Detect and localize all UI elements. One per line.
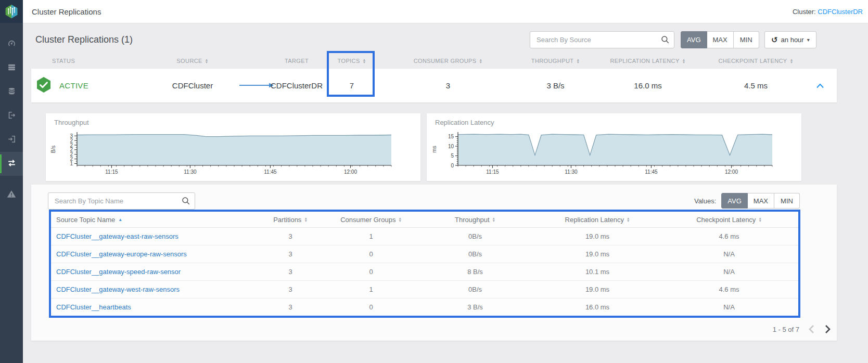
sidebar-item-brokers[interactable]	[0, 56, 23, 80]
svg-text:11:45: 11:45	[264, 169, 277, 175]
search-by-source	[530, 31, 674, 48]
topic-cell-consumer_groups: 1	[327, 232, 415, 240]
next-page-button[interactable]	[824, 323, 832, 335]
svg-text:0: 0	[451, 163, 454, 168]
topic-link[interactable]: CDFCluster__gateway-speed-raw-sensor	[51, 268, 254, 276]
sort-icon: ▲▼	[492, 217, 495, 222]
svg-text:5: 5	[451, 153, 454, 159]
column-header-replication-latency[interactable]: Replication Latency▲▼	[535, 216, 660, 224]
topic-link[interactable]: CDFCluster__gateway-west-raw-sensors	[51, 286, 254, 293]
svg-text:11:15: 11:15	[486, 169, 499, 175]
previous-page-button[interactable]	[808, 323, 815, 335]
topic-table-header: Source Topic Name▲ Partitions▲▼ Consumer…	[51, 212, 798, 228]
column-header-consumer-groups[interactable]: Consumer Groups▲▼	[327, 216, 415, 224]
sort-icon: ▲▼	[758, 217, 761, 222]
topic-link[interactable]: CDFCluster__gateway-east-raw-sensors	[51, 232, 254, 240]
sort-icon: ▲▼	[205, 58, 209, 63]
sort-icon: ▲▼	[398, 217, 401, 222]
checkpoint-latency-value: 4.5 ms	[710, 81, 801, 90]
topic-cell-throughput: 0B/s	[415, 232, 535, 240]
sidebar-item-replications[interactable]	[0, 152, 23, 176]
sidebar-item-topics[interactable]	[0, 80, 23, 104]
topic-link[interactable]: CDFCluster__gateway-europe-raw-sensors	[51, 250, 254, 258]
sidebar-nav	[0, 32, 23, 207]
history-icon: ↺	[771, 35, 778, 45]
column-header-replication-latency[interactable]: REPLICATION LATENCY▲▼	[585, 58, 710, 64]
column-header-checkpoint-latency[interactable]: CHECKPOINT LATENCY▲▼	[710, 58, 801, 64]
collapse-row-button[interactable]	[816, 81, 837, 90]
column-header-topics[interactable]: TOPICS▲▼	[333, 58, 371, 64]
sort-icon: ▲▼	[682, 58, 686, 63]
sidebar-item-producers[interactable]	[0, 104, 23, 128]
column-header-source[interactable]: SOURCE▲▼	[146, 58, 239, 64]
topic-cell-replication_latency: 19.0 ms	[535, 232, 660, 240]
consumers-icon	[7, 135, 16, 146]
column-header-checkpoint-latency[interactable]: Checkpoint Latency▲▼	[660, 216, 798, 224]
topic-cell-throughput: 8 B/s	[415, 268, 535, 276]
column-header-throughput[interactable]: Throughput▲▼	[415, 216, 535, 224]
values-min-button[interactable]: MIN	[774, 193, 800, 209]
replication-latency-chart: 15105011:1511:3011:4512:00ms	[431, 131, 797, 179]
topic-cell-checkpoint_latency: N/A	[660, 250, 798, 258]
svg-text:11:30: 11:30	[565, 169, 578, 175]
svg-text:11:15: 11:15	[105, 169, 118, 175]
svg-text:B/s: B/s	[50, 146, 56, 153]
consumer-groups-count: 3	[371, 81, 526, 90]
topic-cell-checkpoint_latency: N/A	[660, 303, 798, 311]
time-range-dropdown[interactable]: ↺ an hour ▾	[764, 31, 816, 48]
min-button[interactable]: MIN	[734, 31, 759, 48]
sort-icon: ▲▼	[576, 58, 580, 63]
topic-table-row: CDFCluster__gateway-east-raw-sensors310B…	[51, 228, 798, 245]
svg-text:11:45: 11:45	[645, 169, 658, 175]
search-by-topic-input[interactable]	[48, 192, 195, 210]
app-root: Cluster Replications Cluster: CDFCluster…	[0, 0, 868, 363]
status-cell: ACTIVE	[31, 76, 146, 95]
svg-text:11:30: 11:30	[184, 169, 197, 175]
cluster-replication-row: ACTIVE CDFCluster CDFClusterDR 7 3 3 B/s…	[31, 69, 837, 102]
topic-table-row: CDFCluster__gateway-speed-raw-sensor308 …	[51, 263, 798, 281]
max-button[interactable]: MAX	[707, 31, 734, 48]
values-avg-button[interactable]: AVG	[721, 193, 748, 209]
topic-cell-consumer_groups: 1	[327, 286, 415, 293]
search-by-source-input[interactable]	[530, 31, 674, 48]
app-logo-icon[interactable]	[0, 0, 23, 23]
replication-latency-chart-card: Replication Latency 15105011:1511:3011:4…	[427, 113, 801, 181]
sidebar	[0, 0, 23, 363]
topic-cell-checkpoint_latency: N/A	[660, 268, 798, 276]
topic-table-row: CDFCluster__heartbeats303 B/s16.0 msN/A	[51, 299, 798, 316]
column-header-partitions[interactable]: Partitions▲▼	[254, 216, 327, 224]
topic-cell-throughput: 3 B/s	[415, 303, 535, 311]
topic-cell-replication_latency: 10.1 ms	[535, 268, 660, 276]
source-cluster: CDFCluster	[146, 81, 239, 90]
avg-button[interactable]: AVG	[681, 31, 707, 48]
topic-cell-partitions: 3	[254, 250, 327, 258]
cluster-link[interactable]: CDFClusterDR	[818, 8, 863, 16]
topbar: Cluster Replications Cluster: CDFCluster…	[23, 0, 868, 23]
column-header-source-topic-name[interactable]: Source Topic Name▲	[51, 216, 254, 224]
chevron-left-icon	[809, 325, 814, 334]
svg-text:1: 1	[70, 161, 73, 166]
brokers-icon	[7, 63, 16, 74]
throughput-chart-card: Throughput 322222111:1511:3011:4512:00B/…	[46, 113, 420, 181]
values-label: Values:	[694, 197, 716, 205]
topic-cell-consumer_groups: 0	[327, 303, 415, 311]
sidebar-item-alerts[interactable]	[0, 183, 23, 207]
status-badge: ACTIVE	[59, 81, 88, 90]
sort-icon: ▲▼	[479, 58, 483, 63]
replication-arrow-icon	[239, 81, 260, 90]
sort-icon: ▲▼	[363, 58, 366, 63]
sort-icon: ▲▼	[627, 217, 630, 222]
throughput-chart: 322222111:1511:3011:4512:00B/s	[50, 131, 416, 179]
sidebar-item-dashboard[interactable]	[0, 32, 23, 56]
replications-icon	[7, 158, 17, 170]
values-max-button[interactable]: MAX	[748, 193, 774, 209]
topic-cell-replication_latency: 16.0 ms	[535, 303, 660, 311]
chart-title: Replication Latency	[435, 119, 494, 126]
column-header-throughput[interactable]: THROUGHPUT▲▼	[526, 58, 585, 64]
topics-icon	[7, 87, 16, 98]
sidebar-item-consumers[interactable]	[0, 128, 23, 152]
column-header-consumer-groups[interactable]: CONSUMER GROUPS▲▼	[371, 58, 526, 64]
cluster-indicator: Cluster: CDFClusterDR	[793, 8, 863, 16]
topic-link[interactable]: CDFCluster__heartbeats	[51, 303, 254, 311]
topic-cell-replication_latency: 19.0 ms	[535, 286, 660, 293]
